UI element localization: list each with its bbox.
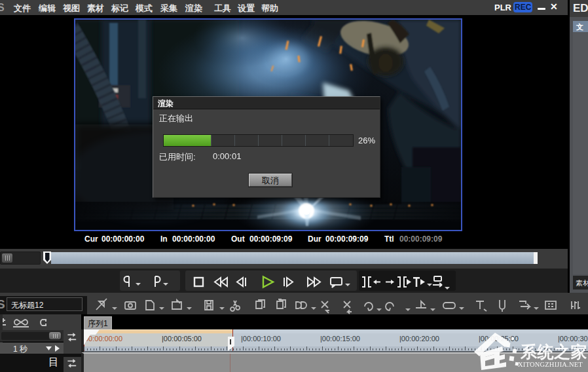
svg-text:XITONGZHIJIA.NET: XITONGZHIJIA.NET	[518, 361, 583, 368]
svg-text:系统之家: 系统之家	[520, 343, 587, 361]
